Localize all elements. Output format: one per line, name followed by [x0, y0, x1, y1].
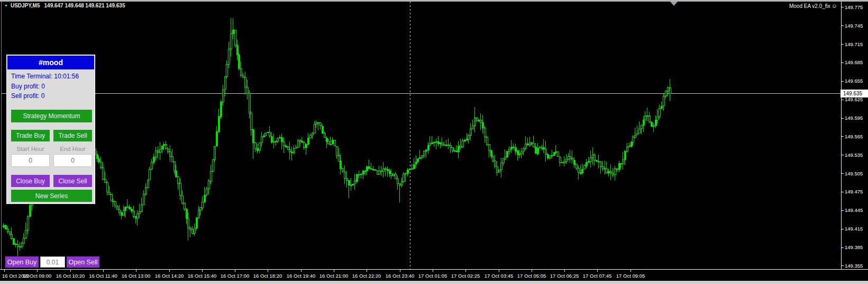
price-axis-tick [842, 100, 844, 100]
trade-buy-button[interactable]: Trade Buy [11, 130, 50, 141]
close-buy-button[interactable]: Close Buy [11, 175, 50, 187]
time-axis-tick [465, 270, 466, 272]
time-axis-label: 16 Oct 15:40 [188, 273, 216, 279]
price-axis-tick [842, 44, 844, 45]
time-axis-tick [564, 270, 565, 272]
chevron-down-icon[interactable]: ▼ [4, 4, 8, 7]
time-axis-label: 17 Oct 02:25 [451, 273, 480, 279]
symbol-quotes: 149.647 149.648 149.621 149.635 [44, 3, 125, 8]
price-axis-label: 149.385 [845, 244, 863, 250]
price-axis-tick [842, 25, 844, 26]
price-axis-tick [842, 81, 844, 82]
time-axis-label: 16 Oct 22:20 [352, 273, 381, 279]
price-axis-label: 149.715 [845, 41, 863, 47]
current-price-value: 149.635 [843, 91, 862, 96]
time-axis-tick [4, 270, 5, 272]
price-axis-label: 149.685 [845, 59, 863, 65]
time-axis-label: 17 Oct 01:05 [418, 273, 447, 279]
ea-name-text: Mood EA v2.0_fix [789, 3, 830, 9]
time-axis-label: 16 Oct 13:00 [122, 273, 150, 279]
price-axis-label: 149.535 [845, 152, 863, 158]
price-axis-label: 149.415 [845, 226, 863, 232]
time-axis-tick [169, 270, 170, 272]
time-axis-tick [268, 270, 268, 272]
time-axis-label: 16 Oct 21:00 [319, 273, 348, 279]
time-axis-label: 16 Oct 11:40 [89, 273, 117, 279]
price-axis[interactable]: 149.775149.745149.715149.685149.655149.6… [841, 0, 868, 269]
time-axis-label: 17 Oct 07:45 [583, 273, 611, 279]
time-axis-tick [301, 270, 301, 272]
new-series-button[interactable]: New Series [11, 190, 92, 202]
lot-size-input[interactable] [40, 256, 65, 268]
time-axis-label: 17 Oct 09:05 [616, 273, 645, 279]
time-axis-tick [334, 270, 334, 272]
price-axis-tick [842, 63, 844, 63]
start-hour-label: Start Hour [11, 146, 50, 152]
time-axis-label: 17 Oct 06:25 [550, 273, 579, 279]
price-axis-label: 149.355 [845, 263, 863, 269]
start-hour-input[interactable] [11, 154, 50, 167]
window-top-border [0, 0, 868, 2]
chart-symbol-title: ▼USDJPY,M5149.647 149.648 149.621 149.63… [4, 3, 125, 8]
mood-ea-panel: #mood Time Terminal: 10:01:56 Buy profit… [6, 55, 95, 204]
price-axis-tick [842, 136, 844, 137]
price-axis-label: 149.565 [845, 134, 863, 139]
strategy-momentum-button[interactable]: Strategy Momentum [11, 110, 92, 122]
price-axis-tick [842, 118, 844, 119]
price-axis-label: 149.655 [845, 78, 863, 84]
price-axis-label: 149.505 [845, 171, 863, 176]
time-axis-label: 16 Oct 10:20 [56, 273, 85, 279]
current-price-label: 149.635 [840, 90, 868, 97]
price-axis-label: 149.595 [845, 115, 863, 121]
time-axis-label: 16 Oct 19:40 [287, 273, 315, 279]
end-hour-label: End Hour [53, 146, 92, 152]
price-axis-label: 149.745 [845, 23, 863, 29]
time-axis-tick [70, 270, 71, 272]
time-axis-tick [400, 270, 400, 272]
ea-name-label: Mood EA v2.0_fix☺ [789, 3, 837, 9]
time-axis-tick [532, 270, 532, 272]
time-axis-tick [235, 270, 235, 272]
time-axis-label: 16 Oct 23:40 [386, 273, 414, 279]
price-axis-tick [842, 247, 844, 248]
time-axis-tick [37, 270, 38, 272]
time-axis-label: 16 Oct 17:00 [221, 273, 249, 279]
time-axis-label: 16 Oct 18:20 [253, 273, 282, 279]
buy-profit-label: Buy profit: 0 [11, 83, 45, 90]
time-axis-label: 16 Oct 14:20 [155, 273, 184, 279]
price-axis-tick [842, 155, 844, 155]
time-axis-tick [433, 270, 433, 272]
price-axis-tick [842, 7, 844, 7]
open-sell-button[interactable]: Open Sell [67, 256, 99, 268]
price-axis-label: 149.775 [845, 4, 863, 10]
close-sell-button[interactable]: Close Sell [53, 175, 92, 187]
time-axis-tick [499, 270, 499, 272]
time-axis-tick [367, 270, 367, 272]
price-axis-tick [842, 173, 844, 174]
time-axis-tick [136, 270, 136, 272]
chart-left-border [1, 2, 2, 269]
trade-sell-button[interactable]: Trade Sell [53, 130, 92, 141]
symbol-name: USDJPY,M5 [11, 3, 40, 8]
time-axis-label: 17 Oct 03:45 [485, 273, 513, 279]
ea-smiley-icon: ☺ [832, 3, 837, 9]
open-buy-button[interactable]: Open Buy [5, 256, 39, 268]
window-bottom-border [0, 281, 868, 284]
chart-shift-marker-icon[interactable] [670, 2, 678, 6]
price-axis-tick [842, 229, 844, 229]
time-axis-tick [597, 270, 598, 272]
time-axis[interactable]: 16 Oct 202316 Oct 09:0016 Oct 10:2016 Oc… [0, 270, 841, 281]
price-axis-label: 149.445 [845, 207, 863, 213]
time-axis-label: 17 Oct 05:05 [517, 273, 546, 279]
candlestick-chart[interactable] [0, 0, 841, 269]
price-axis-tick [842, 192, 844, 192]
time-axis-tick [202, 270, 203, 272]
price-axis-label: 149.475 [845, 189, 863, 194]
time-axis-tick [103, 270, 104, 272]
time-axis-tick [631, 270, 631, 272]
panel-title[interactable]: #mood [7, 56, 94, 69]
price-axis-tick [842, 265, 844, 266]
end-hour-input[interactable] [53, 154, 92, 167]
mt4-chart-window: ▼USDJPY,M5149.647 149.648 149.621 149.63… [0, 0, 868, 284]
sell-profit-label: Sell profit: 0 [11, 92, 44, 100]
